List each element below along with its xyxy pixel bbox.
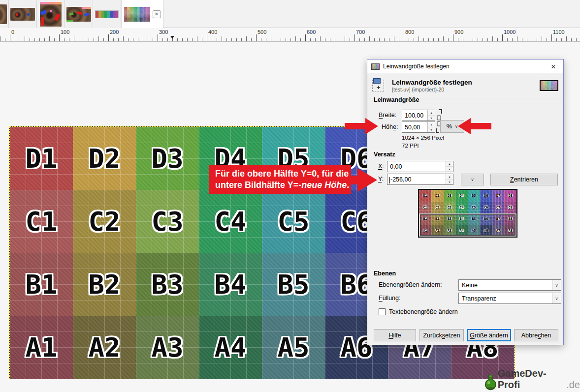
- uv-cell-label: C3: [448, 206, 451, 210]
- uv-cell-label: C5: [277, 206, 309, 237]
- uv-cell-label: D3: [448, 194, 451, 198]
- uv-cell-label: D4: [459, 194, 463, 198]
- canvas-resize-icon: +: [372, 78, 387, 93]
- y-spinner[interactable]: ▲▼: [446, 174, 453, 184]
- image-tab-0[interactable]: [0, 0, 9, 28]
- green-wedge: [69, 12, 73, 16]
- groesse-aendern-button[interactable]: Größe ändern: [467, 329, 511, 341]
- chevron-down-icon: ∨: [552, 280, 561, 290]
- uv-cell-C4: C4: [199, 190, 262, 253]
- uv-cell-label: B7: [496, 217, 500, 221]
- ruler-tick: [59, 34, 60, 41]
- uv-cell-C7: C7: [492, 202, 505, 213]
- uv-cell-C3: C3: [136, 190, 199, 253]
- uv-cell-label: D1: [25, 143, 57, 174]
- image-tab-3[interactable]: [65, 0, 93, 28]
- ruler-tick-label: 1100: [553, 29, 565, 35]
- y-input[interactable]: -256,00 ▲▼: [387, 174, 453, 185]
- breite-spinner[interactable]: ▲▼: [427, 110, 435, 121]
- blue-marker-dot: [27, 13, 30, 16]
- uv-cell-C8: [146, 10, 150, 14]
- image-tab-1[interactable]: [9, 0, 37, 28]
- breite-input[interactable]: 100,00 ▲▼: [402, 110, 435, 121]
- breite-label: Breite:: [379, 112, 396, 119]
- palette-strip-thumbnail: [95, 10, 119, 18]
- red-wedge: [41, 17, 44, 26]
- uv-cell-label: C2: [88, 206, 120, 237]
- red-wedge: [77, 11, 83, 14]
- uv-cell-label: B5: [277, 269, 309, 300]
- uv-cell-A6: A6: [480, 225, 492, 237]
- ruler-tick: [158, 34, 158, 41]
- x-input[interactable]: 0,00 ▲▼: [387, 161, 453, 172]
- palette-swatch: [115, 11, 118, 18]
- image-tab-5-active[interactable]: ✕: [121, 0, 163, 28]
- uv-cell-label: C6: [484, 206, 488, 210]
- uv-cell-C4: C4: [455, 202, 468, 213]
- uv-cell-A5: A5: [468, 225, 480, 237]
- watermark: GameDev-Profi.de: [484, 368, 580, 391]
- gimp-app-icon: [371, 63, 380, 70]
- ruler-tick: [404, 34, 404, 41]
- offset-dropdown[interactable]: ∨: [461, 174, 484, 185]
- uv-cell-B7: B7: [492, 213, 505, 225]
- fill-select[interactable]: Transparenz ∨: [458, 293, 561, 304]
- flask-icon: [484, 374, 497, 391]
- uv-cell-A4: A4: [455, 225, 468, 237]
- canvas-preview[interactable]: D1D2D3D4D5D6D7D8C1C2C3C4C5C6C7C8B1B2B3B4…: [418, 189, 517, 238]
- uv-cell-label: D1: [423, 194, 427, 198]
- ruler-tick: [256, 34, 257, 41]
- uv-cell-A2: A2: [73, 316, 136, 379]
- uv-cell-B4: B4: [199, 253, 262, 316]
- uv-cell-label: A3: [448, 229, 451, 233]
- uv-cell-A8: [555, 88, 557, 90]
- uv-cell-label: D6: [484, 194, 488, 198]
- uv-cell-D3: D3: [444, 190, 456, 202]
- ruler-tick: [453, 34, 453, 41]
- dialog-titlebar[interactable]: Leinwandgröße festlegen ✕: [367, 60, 563, 73]
- image-tab-4[interactable]: [93, 0, 121, 28]
- uv-cell-A5: A5: [262, 316, 325, 379]
- section-leinwandgroesse: Leinwandgröße: [374, 96, 419, 103]
- chevron-down-icon: ∨: [552, 293, 561, 303]
- uv-cell-C3: C3: [444, 202, 456, 213]
- uv-cell-label: B3: [151, 269, 183, 300]
- uv-cell-C1: C1: [10, 190, 73, 253]
- uv-cell-D1: D1: [419, 190, 431, 202]
- image-tab-2[interactable]: [37, 0, 65, 28]
- uv-cell-label: D2: [88, 143, 120, 174]
- hoehe-spinner[interactable]: ▲▼: [427, 122, 435, 132]
- text-layers-checkbox[interactable]: [379, 308, 386, 315]
- blue-wedge: [40, 10, 47, 15]
- tutorial-callout: Für die obere Hälfte Y=0, für die untere…: [209, 165, 351, 194]
- ruler-tick: [108, 34, 109, 41]
- uv-cell-C5: C5: [262, 190, 325, 253]
- ruler-tick-label: 1000: [504, 29, 516, 35]
- uv-cell-label: A2: [435, 229, 439, 233]
- hilfe-button[interactable]: Hilfe: [374, 329, 416, 341]
- resize-layers-select[interactable]: Keine ∨: [458, 279, 561, 291]
- uv-cell-label: A1: [25, 332, 57, 363]
- hoehe-input[interactable]: 50,00 ▲▼: [402, 121, 435, 133]
- pink-stripe: [82, 7, 91, 9]
- abbrechen-button[interactable]: Abbrechen: [514, 329, 558, 341]
- tab-close-icon[interactable]: ✕: [153, 10, 161, 18]
- ruler-tick-label: 300: [159, 29, 168, 35]
- uv-cell-A4: A4: [199, 316, 262, 379]
- dialog-close-icon[interactable]: ✕: [544, 60, 563, 73]
- chevron-down-icon: ∨: [471, 177, 474, 182]
- uv-cell-label: B2: [88, 269, 120, 300]
- x-spinner[interactable]: ▲▼: [446, 161, 453, 172]
- callout-italic: neue Höhe: [301, 180, 347, 190]
- dialog-title: Leinwandgröße festlegen: [383, 63, 544, 70]
- uv-cell-label: A5: [472, 229, 476, 233]
- uv-cell-label: D3: [151, 143, 183, 174]
- zuruecksetzen-button[interactable]: Zurücksetzen: [419, 329, 464, 341]
- uv-cell-A1: A1: [419, 225, 431, 237]
- uv-cell-label: A2: [88, 332, 120, 363]
- uv-cell-label: C4: [459, 206, 463, 210]
- ruler-tick-label: 0: [11, 29, 14, 35]
- pixel-size-info: 1024 × 256 Pixel: [402, 135, 444, 141]
- image-thumbnail: [66, 7, 91, 22]
- zentrieren-button[interactable]: Zentrieren: [490, 174, 558, 185]
